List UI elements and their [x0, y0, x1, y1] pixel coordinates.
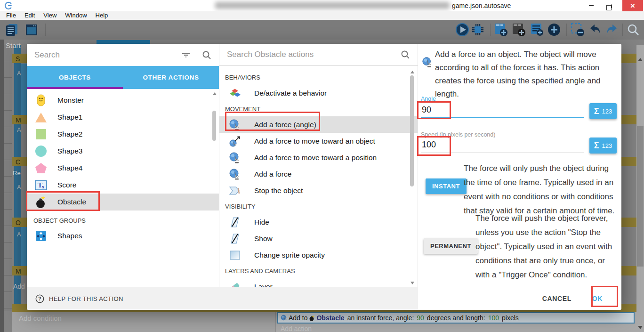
ok-button[interactable]: OK — [592, 295, 603, 302]
object-search-input[interactable] — [34, 50, 181, 60]
play-icon[interactable] — [455, 23, 469, 37]
action-row-deactivate-behavior[interactable]: De/activate a behavior — [219, 85, 418, 101]
object-name: Monster — [57, 96, 84, 105]
cancel-button[interactable]: CANCEL — [542, 295, 572, 302]
scroll-up-icon[interactable] — [213, 92, 217, 95]
object-search-row — [27, 44, 219, 66]
undo-icon[interactable] — [588, 23, 603, 37]
project-manager-icon[interactable] — [5, 23, 19, 37]
permanent-description: The force will push the object forever, … — [475, 211, 620, 282]
help-link[interactable]: HELP FOR THIS ACTION — [49, 295, 123, 302]
object-groups-header: OBJECT GROUPS — [27, 213, 219, 227]
section-header-visibility: VISIBILITY — [219, 199, 418, 214]
event-text-fragment: C — [16, 158, 20, 166]
scroll-up-icon[interactable] — [638, 58, 643, 61]
event-text-fragment: M — [16, 267, 21, 275]
action-text: Add to — [289, 314, 307, 322]
scroll-up-icon[interactable] — [411, 71, 414, 73]
action-row-hide[interactable]: Hide — [219, 214, 418, 230]
search-icon[interactable] — [401, 50, 410, 59]
object-name: Shape2 — [57, 130, 82, 138]
action-row-force-toward-object[interactable]: Add a force to move toward an object — [219, 133, 418, 149]
add-circle-icon[interactable] — [547, 23, 561, 37]
debugger-icon[interactable] — [471, 23, 485, 37]
add-comment-icon[interactable] — [530, 23, 544, 37]
action-length-value: 100 — [488, 314, 499, 322]
delete-event-icon[interactable] — [571, 23, 585, 37]
menu-window[interactable]: Window — [61, 11, 91, 20]
object-row-obstacle[interactable]: Obstacle — [27, 194, 219, 211]
object-row-monster[interactable]: Monster — [27, 92, 219, 109]
event-text-fragment: S — [16, 55, 20, 63]
permanent-button[interactable]: PERMANENT — [424, 238, 478, 254]
group-row-shapes[interactable]: Shapes — [27, 227, 219, 244]
minimize-button[interactable] — [584, 0, 599, 11]
close-icon: ✕ — [630, 2, 636, 9]
object-row-score[interactable]: Tx Score — [27, 177, 219, 194]
tab-other-actions[interactable]: OTHER ACTIONS — [123, 66, 219, 89]
scene-tab-label[interactable]: Start — [6, 41, 21, 49]
action-list-scrollbar-thumb[interactable] — [410, 75, 414, 186]
object-name: Obstacle — [57, 198, 86, 206]
search-icon[interactable] — [626, 23, 640, 37]
search-icon[interactable] — [202, 50, 211, 60]
tab-objects[interactable]: OBJECTS — [27, 66, 123, 89]
menu-help[interactable]: Help — [91, 11, 113, 20]
add-condition-cell[interactable]: Add condition — [12, 312, 275, 332]
instant-button[interactable]: INSTANT — [426, 178, 467, 194]
speed-input[interactable] — [421, 137, 584, 153]
scene-editor-icon[interactable] — [24, 23, 39, 37]
object-row-shape1[interactable]: Shape1 — [27, 109, 219, 126]
scroll-down-icon[interactable] — [638, 326, 643, 329]
add-subevent-icon[interactable] — [512, 23, 526, 37]
scroll-down-icon[interactable] — [411, 282, 414, 284]
svg-text:?: ? — [38, 296, 41, 301]
dialog-actions: CANCEL OK — [418, 287, 621, 310]
add-condition-placeholder[interactable]: Add condition — [19, 314, 62, 322]
object-name: Shape3 — [57, 147, 82, 155]
close-button[interactable]: ✕ — [622, 0, 643, 11]
object-row-shape4[interactable]: Shape4 — [27, 160, 219, 177]
square-icon — [33, 129, 48, 140]
group-name: Shapes — [57, 232, 82, 240]
section-header-movement: MOVEMENT — [219, 101, 418, 116]
menu-view[interactable]: View — [39, 11, 61, 20]
speed-field — [421, 137, 584, 153]
action-angle-value: 90 — [417, 314, 424, 322]
events-scrollbar-thumb[interactable] — [637, 126, 644, 267]
object-row-shape2[interactable]: Shape2 — [27, 126, 219, 143]
selected-action-row[interactable]: Add to Obstacle an instant force, angle:… — [277, 312, 635, 324]
group-icon — [33, 230, 48, 242]
filter-icon[interactable] — [181, 50, 191, 60]
toolbar — [0, 20, 644, 40]
action-label: Stop the object — [254, 186, 303, 195]
selector-tabs: OBJECTS OTHER ACTIONS — [27, 66, 219, 89]
action-row-add-force-angle[interactable]: Add a force (angle) — [219, 116, 418, 133]
help-icon[interactable]: ? — [35, 294, 44, 303]
action-list: BEHAVIORS De/activate a behavior MOVEMEN… — [219, 66, 418, 295]
action-row-show[interactable]: Show — [219, 230, 418, 247]
events-ruler — [4, 45, 12, 311]
add-action-placeholder[interactable]: Add action — [281, 325, 312, 332]
redo-icon[interactable] — [604, 23, 619, 37]
action-search-input[interactable] — [227, 50, 401, 59]
angle-input[interactable] — [421, 102, 584, 117]
action-row-force-toward-position[interactable]: Add a force to move toward a position — [219, 149, 418, 166]
events-indent-strip — [21, 64, 27, 115]
action-row-add-force[interactable]: Add a force — [219, 166, 418, 182]
maximize-button[interactable] — [602, 0, 617, 11]
text-object-icon: Tx — [33, 179, 48, 191]
object-row-shape3[interactable]: Shape3 — [27, 143, 219, 160]
action-row-stop-object[interactable]: Stop the object — [219, 182, 418, 199]
menu-edit[interactable]: Edit — [20, 11, 39, 20]
action-row-change-opacity[interactable]: Change sprite opacity — [219, 247, 418, 263]
event-text-fragment: A — [17, 231, 21, 238]
action-label: Add a force (angle) — [254, 121, 316, 129]
angle-expression-button[interactable]: Σ 123 — [589, 103, 617, 119]
speed-expression-button[interactable]: Σ 123 — [589, 138, 617, 154]
action-description: Add a force to an object. The object wil… — [435, 48, 620, 101]
force-icon — [228, 119, 242, 131]
menu-file[interactable]: File — [2, 11, 20, 20]
add-event-icon[interactable] — [494, 23, 508, 37]
object-list-scrollbar-thumb[interactable] — [212, 111, 216, 141]
